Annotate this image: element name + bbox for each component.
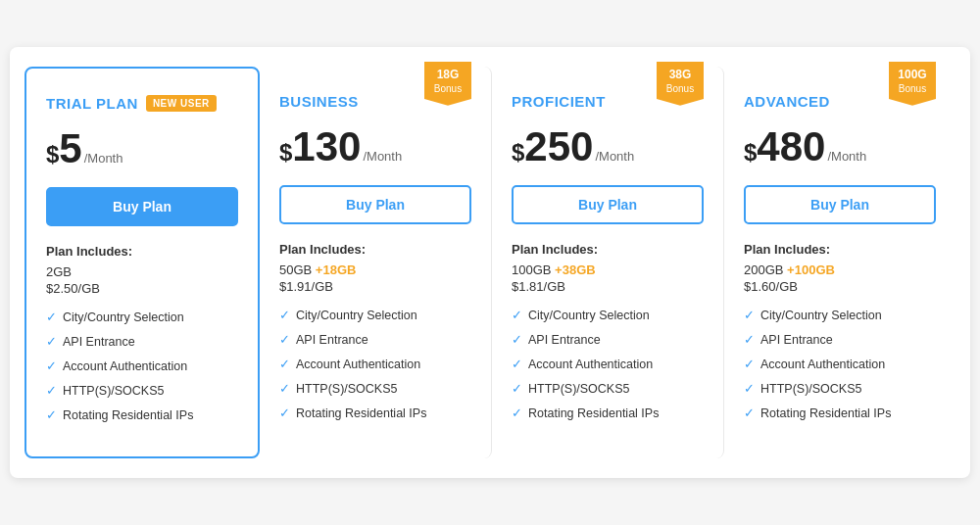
feature-label: API Entrance [296,333,368,347]
feature-item: ✓ API Entrance [512,332,704,347]
plan-includes-label: Plan Includes: [46,244,238,259]
price-per-gb: $1.60/GB [744,279,936,294]
feature-item: ✓ City/Country Selection [744,308,936,322]
feature-label: City/Country Selection [528,309,650,322]
features-list: ✓ City/Country Selection ✓ API Entrance … [512,308,704,420]
feature-item: ✓ Rotating Residential IPs [46,407,238,422]
price-dollar: $ [744,139,757,167]
check-icon: ✓ [744,406,755,420]
check-icon: ✓ [46,383,57,398]
feature-label: Account Authentication [63,359,187,373]
check-icon: ✓ [46,310,57,324]
plan-title-trial: TRIAL PLAN New User [46,88,238,118]
check-icon: ✓ [279,357,290,371]
feature-label: Rotating Residential IPs [528,406,659,420]
feature-item: ✓ City/Country Selection [512,308,704,322]
pricing-container: TRIAL PLAN New User $ 5 /Month Buy Plan … [10,47,970,478]
price-amount: 480 [757,123,825,170]
check-icon: ✓ [279,308,290,322]
buy-plan-button-proficient[interactable]: Buy Plan [512,185,704,224]
price-per-gb: $2.50/GB [46,281,238,296]
feature-label: HTTP(S)/SOCKS5 [296,382,398,396]
data-amount: 2GB [46,264,238,279]
feature-item: ✓ Account Authentication [46,358,238,373]
check-icon: ✓ [512,332,522,347]
buy-plan-button-advanced[interactable]: Buy Plan [744,185,936,224]
feature-label: City/Country Selection [63,310,184,324]
feature-label: Rotating Residential IPs [760,406,891,420]
plan-title-text: TRIAL PLAN [46,95,138,112]
feature-item: ✓ Account Authentication [512,357,704,371]
feature-label: HTTP(S)/SOCKS5 [63,384,165,398]
price-dollar: $ [279,139,292,167]
bonus-data-amount: +100GB [787,262,835,277]
bonus-data-amount: +18GB [316,262,357,277]
feature-label: City/Country Selection [760,309,882,322]
price-period: /Month [827,149,866,164]
feature-label: HTTP(S)/SOCKS5 [528,382,630,396]
feature-label: Account Authentication [296,358,420,371]
check-icon: ✓ [744,332,755,347]
features-list: ✓ City/Country Selection ✓ API Entrance … [46,310,238,422]
feature-label: HTTP(S)/SOCKS5 [760,382,862,396]
feature-item: ✓ Rotating Residential IPs [744,406,936,420]
new-user-badge: New User [146,95,217,112]
price-per-gb: $1.81/GB [512,279,704,294]
plan-card-trial: TRIAL PLAN New User $ 5 /Month Buy Plan … [24,67,260,458]
feature-item: ✓ Account Authentication [279,357,471,371]
plan-includes-label: Plan Includes: [744,242,936,257]
check-icon: ✓ [744,381,755,396]
buy-plan-button-trial[interactable]: Buy Plan [46,187,238,226]
price-per-gb: $1.91/GB [279,279,471,294]
check-icon: ✓ [512,406,522,420]
check-icon: ✓ [512,308,522,322]
feature-item: ✓ API Entrance [279,332,471,347]
plan-title-text: ADVANCED [744,93,830,110]
check-icon: ✓ [279,406,290,420]
feature-label: API Entrance [760,333,833,347]
feature-item: ✓ HTTP(S)/SOCKS5 [512,381,704,396]
price-row: $ 130 /Month [279,123,471,170]
check-icon: ✓ [46,358,57,373]
price-amount: 250 [524,123,593,170]
price-row: $ 480 /Month [744,123,936,170]
price-dollar: $ [46,141,59,168]
check-icon: ✓ [512,381,522,396]
feature-item: ✓ HTTP(S)/SOCKS5 [744,381,936,396]
plan-card-proficient: 38GBonus PROFICIENT $ 250 /Month Buy Pla… [492,67,724,458]
bonus-badge-advanced: 100GBonus [889,62,936,106]
feature-item: ✓ API Entrance [46,334,238,349]
check-icon: ✓ [744,357,755,371]
bonus-badge-business: 18GBonus [424,62,471,106]
price-period: /Month [363,149,402,164]
price-amount: 5 [59,125,81,172]
feature-item: ✓ Rotating Residential IPs [512,406,704,420]
feature-item: ✓ Rotating Residential IPs [279,406,471,420]
features-list: ✓ City/Country Selection ✓ API Entrance … [279,308,471,420]
feature-item: ✓ City/Country Selection [279,308,471,322]
check-icon: ✓ [46,334,57,349]
bonus-badge-proficient: 38GBonus [657,62,704,106]
feature-label: API Entrance [63,335,135,349]
feature-item: ✓ Account Authentication [744,357,936,371]
plan-includes-label: Plan Includes: [512,242,704,257]
feature-item: ✓ City/Country Selection [46,310,238,324]
buy-plan-button-business[interactable]: Buy Plan [279,185,471,224]
check-icon: ✓ [512,357,522,371]
price-row: $ 250 /Month [512,123,704,170]
price-dollar: $ [512,139,524,167]
feature-label: Rotating Residential IPs [63,408,193,422]
check-icon: ✓ [279,381,290,396]
feature-label: Account Authentication [760,358,885,371]
feature-item: ✓ HTTP(S)/SOCKS5 [46,383,238,398]
plan-card-advanced: 100GBonus ADVANCED $ 480 /Month Buy Plan… [724,67,956,458]
price-period: /Month [595,149,634,164]
check-icon: ✓ [46,407,57,422]
price-period: /Month [84,151,123,166]
feature-item: ✓ HTTP(S)/SOCKS5 [279,381,471,396]
feature-label: City/Country Selection [296,309,417,322]
plan-card-business: 18GBonus BUSINESS $ 130 /Month Buy Plan … [260,67,492,458]
feature-item: ✓ API Entrance [744,332,936,347]
data-amount: 200GB +100GB [744,262,936,277]
feature-label: API Entrance [528,333,601,347]
